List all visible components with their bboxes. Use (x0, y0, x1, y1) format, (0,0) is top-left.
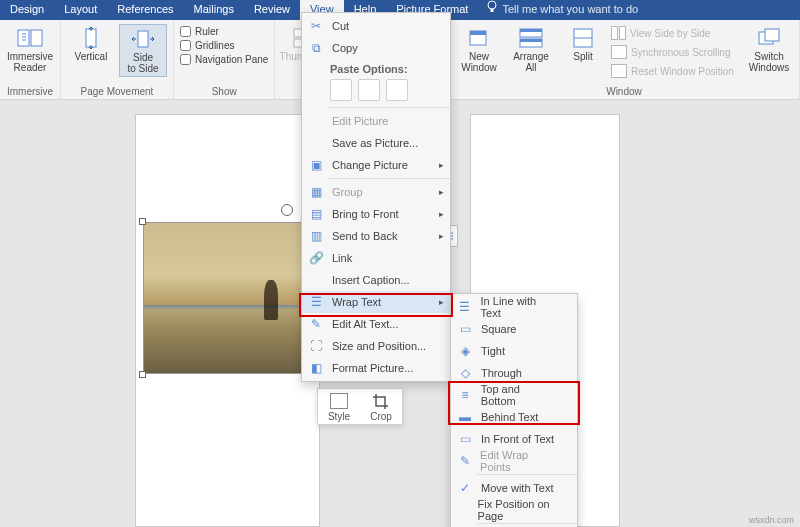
arrange-all-button[interactable]: Arrange All (507, 24, 555, 75)
watermark-text: wsxdn.com (749, 515, 794, 525)
menu-group-label: Group (332, 186, 363, 198)
check-icon: ✓ (457, 480, 473, 496)
menu-change-picture[interactable]: ▣Change Picture (302, 154, 450, 176)
menu-insert-caption[interactable]: Insert Caption... (302, 269, 450, 291)
tab-mailings[interactable]: Mailings (184, 0, 244, 20)
group-label-show: Show (180, 84, 268, 99)
tab-review[interactable]: Review (244, 0, 300, 20)
menu-cut[interactable]: ✂Cut (302, 15, 450, 37)
navpane-checkbox[interactable]: Navigation Pane (180, 54, 268, 65)
menu-edit-picture: Edit Picture (302, 110, 450, 132)
paste-option-1[interactable] (330, 79, 352, 101)
menu-format-picture[interactable]: ◧Format Picture... (302, 357, 450, 379)
group-page-movement: Vertical Side to Side Page Movement (61, 20, 174, 99)
send-back-icon: ▥ (308, 228, 324, 244)
immersive-reader-button[interactable]: Immersive Reader (6, 24, 54, 75)
menu-copy[interactable]: ⧉Copy (302, 37, 450, 59)
menu-size-position[interactable]: ⛶Size and Position... (302, 335, 450, 357)
wrap-behind-text[interactable]: ▬Behind Text (451, 406, 577, 428)
wrap-square[interactable]: ▭Square (451, 318, 577, 340)
side-by-side-label: View Side by Side (630, 28, 710, 39)
resize-handle-tl[interactable] (139, 218, 146, 225)
switch-windows-button[interactable]: Switch Windows (745, 24, 793, 75)
picture-context-menu: ✂Cut ⧉Copy Paste Options: Edit Picture S… (301, 12, 451, 382)
menu-caption-label: Insert Caption... (332, 274, 410, 286)
wrap-through[interactable]: ◇Through (451, 362, 577, 384)
rotate-handle-icon[interactable] (281, 204, 293, 216)
topbottom-icon: ≡ (457, 387, 473, 403)
gridlines-label: Gridlines (195, 40, 234, 51)
side-to-side-button[interactable]: Side to Side (119, 24, 167, 77)
wrap-in-front-of-text[interactable]: ▭In Front of Text (451, 428, 577, 450)
menu-separator (477, 474, 577, 475)
split-label: Split (573, 52, 592, 63)
menu-edit-alt-text[interactable]: ✎Edit Alt Text... (302, 313, 450, 335)
through-icon: ◇ (457, 365, 473, 381)
link-icon: 🔗 (308, 250, 324, 266)
side-to-side-label: Side to Side (127, 53, 158, 74)
ruler-checkbox[interactable]: Ruler (180, 26, 268, 37)
format-picture-icon: ◧ (308, 360, 324, 376)
new-window-label: New Window (461, 52, 497, 73)
vertical-scroll-icon (77, 26, 105, 50)
crop-icon (372, 393, 390, 409)
wrap-fix-position[interactable]: Fix Position on Page (451, 499, 577, 521)
menu-save-as-label: Save as Picture... (332, 137, 418, 149)
tight-icon: ◈ (457, 343, 473, 359)
new-window-button[interactable]: New Window (455, 24, 503, 75)
wrap-infront-label: In Front of Text (481, 433, 554, 445)
menu-link[interactable]: 🔗Link (302, 247, 450, 269)
menu-alt-label: Edit Alt Text... (332, 318, 398, 330)
split-button[interactable]: Split (559, 24, 607, 65)
crop-label: Crop (370, 411, 392, 422)
style-button[interactable]: Style (318, 389, 360, 424)
wrap-top-bottom[interactable]: ≡Top and Bottom (451, 384, 577, 406)
editpoints-icon: ✎ (457, 453, 472, 469)
menu-edit-picture-label: Edit Picture (332, 115, 388, 127)
wrap-move-with-text[interactable]: ✓Move with Text (451, 477, 577, 499)
ruler-label: Ruler (195, 26, 219, 37)
book-icon (16, 26, 44, 50)
gridlines-checkbox[interactable]: Gridlines (180, 40, 268, 51)
menu-back-label: Send to Back (332, 230, 397, 242)
paste-option-2[interactable] (358, 79, 380, 101)
wrap-tight[interactable]: ◈Tight (451, 340, 577, 362)
menu-front-label: Bring to Front (332, 208, 399, 220)
menu-copy-label: Copy (332, 42, 358, 54)
tab-layout[interactable]: Layout (54, 0, 107, 20)
menu-send-to-back[interactable]: ▥Send to Back (302, 225, 450, 247)
paste-options-header: Paste Options: (302, 59, 450, 77)
menu-bring-to-front[interactable]: ▤Bring to Front (302, 203, 450, 225)
switch-windows-label: Switch Windows (749, 52, 790, 73)
style-label: Style (328, 411, 350, 422)
infront-icon: ▭ (457, 431, 473, 447)
vertical-label: Vertical (75, 52, 108, 63)
picture-mini-toolbar: Style Crop (317, 388, 403, 425)
menu-link-label: Link (332, 252, 352, 264)
arrange-icon (517, 26, 545, 50)
wrap-inline[interactable]: ☰In Line with Text (451, 296, 577, 318)
sync-icon (611, 45, 627, 59)
square-icon: ▭ (457, 321, 473, 337)
tell-me-search[interactable]: Tell me what you want to do (502, 0, 638, 20)
tab-design[interactable]: Design (0, 0, 54, 20)
svg-rect-2 (18, 30, 29, 46)
svg-point-0 (488, 1, 496, 9)
menu-separator (477, 523, 577, 524)
sync-label: Synchronous Scrolling (631, 47, 731, 58)
crop-button[interactable]: Crop (360, 389, 402, 424)
group-show: Ruler Gridlines Navigation Pane Show (174, 20, 275, 99)
paste-option-3[interactable] (386, 79, 408, 101)
wrap-behind-label: Behind Text (481, 411, 538, 423)
document-canvas[interactable]: Style Crop ✂Cut ⧉Copy Paste Options: Edi… (0, 100, 800, 527)
side-by-side-icon (611, 26, 626, 40)
menu-wrap-text[interactable]: ☰Wrap Text (302, 291, 450, 313)
group-label-pagemove: Page Movement (67, 84, 167, 99)
resize-handle-bl[interactable] (139, 371, 146, 378)
vertical-button[interactable]: Vertical (67, 24, 115, 65)
wrap-topbottom-label: Top and Bottom (481, 383, 557, 407)
menu-save-as-picture[interactable]: Save as Picture... (302, 132, 450, 154)
menu-group: ▦Group (302, 181, 450, 203)
tab-references[interactable]: References (107, 0, 183, 20)
menu-change-label: Change Picture (332, 159, 408, 171)
